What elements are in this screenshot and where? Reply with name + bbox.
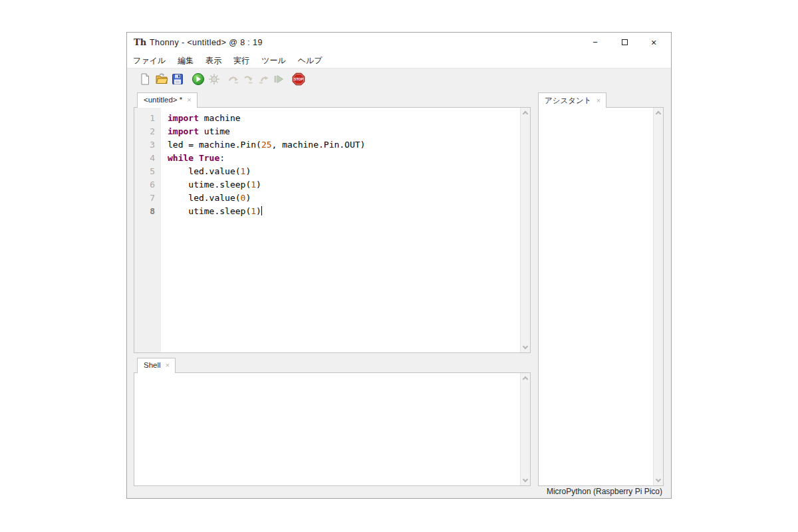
code-line: import machine (168, 112, 520, 125)
menu-edit[interactable]: 編集 (172, 53, 200, 66)
stop-button[interactable]: STOP (292, 72, 305, 86)
editor-panel[interactable]: 12345678 import machineimport utimeled =… (134, 107, 531, 353)
assistant-tab[interactable]: アシスタント× (538, 92, 606, 108)
scroll-up-icon[interactable] (656, 111, 661, 116)
code-line: utime.sleep(1) (168, 178, 520, 192)
code-line: led = machine.Pin(25, machine.Pin.OUT) (168, 138, 520, 152)
code-area[interactable]: import machineimport utimeled = machine.… (161, 108, 520, 352)
code-line: led.value(1) (168, 165, 520, 178)
maximize-icon (622, 39, 628, 45)
menu-tools[interactable]: ツール (255, 53, 292, 66)
line-number: 3 (134, 138, 155, 152)
step-out-button[interactable] (257, 72, 271, 86)
thonny-logo-icon: Th (134, 37, 146, 48)
debug-button[interactable] (207, 72, 221, 86)
save-button[interactable] (171, 72, 184, 86)
statusbar: MicroPython (Raspberry Pi Pico) (127, 485, 671, 498)
new-file-icon (138, 72, 152, 86)
menu-run[interactable]: 実行 (227, 53, 255, 66)
line-number: 4 (134, 152, 155, 165)
assistant-tab-close-icon[interactable]: × (597, 96, 600, 104)
save-icon (171, 72, 184, 86)
toolbar: STOP (127, 68, 671, 90)
step-over-button[interactable] (227, 72, 240, 86)
step-into-button[interactable] (242, 72, 255, 86)
scroll-down-icon[interactable] (656, 477, 661, 482)
shell-tab-label: Shell (144, 361, 161, 369)
editor-scrollbar[interactable] (520, 108, 530, 352)
open-folder-icon (155, 72, 168, 86)
shell-tab-close-icon[interactable]: × (166, 361, 170, 369)
shell-tab[interactable]: Shell× (137, 358, 176, 373)
maximize-button[interactable] (610, 33, 639, 53)
scroll-down-icon[interactable] (523, 344, 528, 349)
menu-view[interactable]: 表示 (200, 53, 227, 66)
step-out-icon (257, 72, 271, 86)
close-button[interactable]: × (639, 33, 668, 53)
resume-button[interactable] (272, 72, 285, 86)
code-line: led.value(0) (168, 192, 520, 205)
scroll-up-icon[interactable] (523, 376, 528, 382)
line-number: 2 (134, 125, 155, 138)
shell-scrollbar[interactable] (520, 373, 530, 485)
thonny-window: Th Thonny - <untitled> @ 8 : 19 − × ファイル… (126, 32, 672, 499)
scroll-up-icon[interactable] (523, 111, 528, 116)
line-number: 6 (134, 178, 155, 192)
line-number: 1 (134, 112, 155, 125)
step-into-icon (242, 72, 255, 86)
shell-panel[interactable] (134, 372, 531, 486)
menu-help[interactable]: ヘルプ (292, 53, 329, 66)
new-file-button[interactable] (138, 72, 152, 86)
debug-bug-icon (207, 72, 221, 86)
code-line: import utime (168, 125, 520, 138)
interpreter-status[interactable]: MicroPython (Raspberry Pi Pico) (547, 487, 662, 496)
open-file-button[interactable] (155, 72, 168, 86)
stop-label: STOP (294, 77, 304, 81)
editor-tab[interactable]: <untitled> *× (137, 92, 198, 108)
stop-icon: STOP (292, 72, 305, 86)
line-number: 7 (134, 192, 155, 205)
run-icon (192, 72, 205, 86)
menubar: ファイル編集表示実行ツールヘルプ (127, 53, 671, 68)
line-number-gutter: 12345678 (134, 108, 161, 352)
line-number: 5 (134, 165, 155, 178)
assistant-scrollbar[interactable] (653, 108, 663, 485)
run-button[interactable] (192, 72, 205, 86)
step-over-icon (227, 72, 240, 86)
line-number: 8 (134, 205, 155, 218)
resume-icon (272, 72, 285, 86)
editor-tab-label: <untitled> * (144, 96, 182, 104)
menu-file[interactable]: ファイル (127, 53, 172, 66)
window-title: Thonny - <untitled> @ 8 : 19 (150, 38, 263, 47)
editor-tab-close-icon[interactable]: × (187, 96, 191, 104)
minimize-button[interactable]: − (581, 33, 610, 53)
assistant-tab-label: アシスタント (545, 96, 592, 104)
titlebar: Th Thonny - <untitled> @ 8 : 19 − × (127, 33, 671, 53)
scroll-down-icon[interactable] (523, 477, 528, 482)
code-line: utime.sleep(1) (168, 205, 520, 218)
assistant-panel (538, 107, 664, 486)
code-line: while True: (168, 152, 520, 165)
